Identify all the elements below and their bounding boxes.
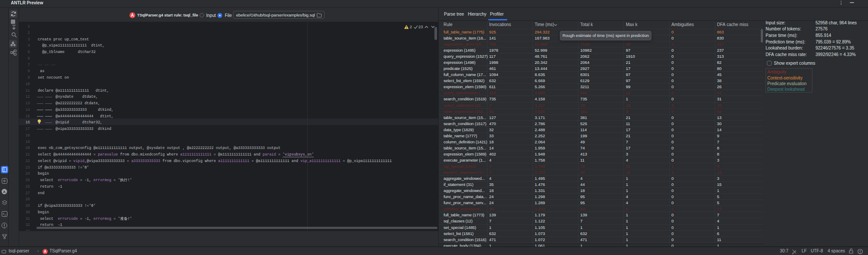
svg-text:A: A [3,190,6,194]
